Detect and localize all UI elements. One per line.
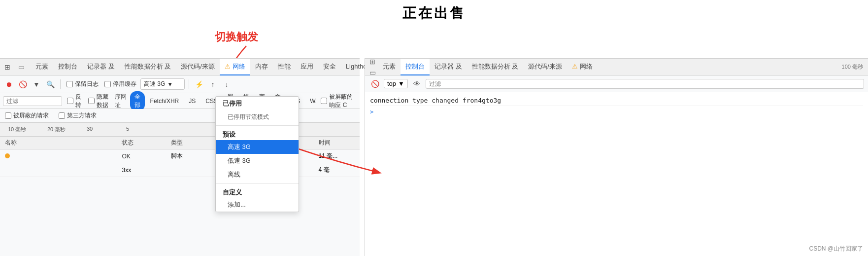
tab-perf[interactable]: 性能 — [273, 59, 296, 75]
top-selector[interactable]: top ▼ — [384, 79, 408, 88]
filter-all[interactable]: 全部 — [130, 91, 145, 111]
eye-icon[interactable]: 👁 — [411, 78, 423, 90]
right-tab-bar: ⊞ ▭ 元素 控制台 记录器 及 性能数据分析 及 源代码/来源 ⚠ 网络 10… — [365, 59, 868, 75]
td-time-1: 11 毫... — [317, 152, 357, 160]
timeline-mark-10: 10 毫秒 — [8, 126, 47, 133]
preserve-log-checkbox[interactable]: 保留日志 — [67, 80, 99, 88]
timeline-row: 10 毫秒 20 毫秒 30 5 — [0, 123, 360, 137]
upload-icon[interactable]: ↑ — [207, 78, 219, 90]
filter-fetch[interactable]: Fetch/XHR — [146, 91, 184, 111]
right-tab-elements[interactable]: 元素 — [378, 59, 401, 75]
th-time[interactable]: 时间 — [317, 139, 357, 147]
dropdown-fast3g[interactable]: 高速 3G — [216, 140, 299, 154]
wifi-icon[interactable]: ⚡ — [193, 78, 205, 90]
tab-sources[interactable]: 源代码/来源 — [176, 59, 220, 75]
left-devtools-panel: ⊞ ▭ 元素 控制台 记录器 及 性能数据分析 及 源代码/来源 ⚠ 网络 内存… — [0, 58, 360, 256]
th-name[interactable]: 名称 — [3, 139, 120, 147]
dropdown-disabled[interactable]: 已停用 — [216, 97, 299, 110]
console-log-entry: connection type changed fron4gto3g — [370, 95, 863, 106]
right-tab-performance[interactable]: 性能数据分析 及 — [467, 59, 524, 75]
console-log-text: connection type changed fron4gto3g — [370, 97, 501, 104]
table-body: OK 脚本 40.2 kB 11 毫... 3xx 474... 4 毫 — [0, 149, 360, 256]
tab-application[interactable]: 应用 — [296, 59, 318, 75]
th-status[interactable]: 状态 — [120, 139, 169, 147]
console-content: connection type changed fron4gto3g > — [365, 92, 868, 256]
filter-input[interactable] — [3, 96, 62, 106]
left-tab-bar: ⊞ ▭ 元素 控制台 记录器 及 性能数据分析 及 源代码/来源 ⚠ 网络 内存… — [0, 59, 360, 75]
right-tab-network[interactable]: ⚠ 网络 — [567, 59, 598, 75]
download-icon[interactable]: ↓ — [221, 78, 233, 90]
divider2 — [189, 79, 189, 89]
hide-data-checkbox[interactable]: 隐藏数据 — [88, 93, 110, 110]
attribution: CSDN @山竹回家了 — [809, 245, 863, 253]
dropdown-divider-1 — [216, 125, 299, 126]
filter-button[interactable]: ▼ — [31, 78, 42, 90]
filter-wasm[interactable]: Wasm — [305, 91, 316, 111]
tab-memory[interactable]: 内存 — [250, 59, 273, 75]
td-time-2: 4 毫 — [317, 166, 357, 174]
console-arrow-row: > — [370, 106, 863, 117]
annotation-text: 切换触发 — [187, 30, 286, 44]
top-label: top — [387, 80, 396, 87]
page-title: 正在出售 — [0, 0, 868, 25]
devtools-icons: ⊞ ▭ — [2, 62, 27, 73]
record-stop-button[interactable]: ⏺ — [3, 78, 15, 90]
console-expand-arrow[interactable]: > — [370, 109, 373, 115]
tab-console[interactable]: 控制台 — [53, 59, 82, 75]
console-filter-input[interactable] — [426, 79, 864, 89]
invert-checkbox[interactable]: 反转 — [67, 93, 81, 110]
throttle-select[interactable]: 高速 3G ▼ — [140, 78, 185, 90]
divider — [60, 79, 61, 89]
table-row[interactable]: 3xx 474... 4 毫 — [0, 163, 360, 177]
timeline-mark-30: 30 — [87, 126, 126, 133]
search-button[interactable]: 🔍 — [44, 78, 56, 90]
preserve-log-input[interactable] — [67, 81, 73, 87]
dropdown-header-custom: 自定义 — [216, 185, 299, 198]
inspect-icon[interactable]: ⊞ — [2, 62, 13, 73]
td-name-1 — [3, 153, 120, 160]
tab-performance[interactable]: 性能数据分析 及 — [120, 59, 176, 75]
clear-button[interactable]: 🚫 — [17, 78, 29, 90]
console-toolbar: 🚫 top ▼ 👁 — [365, 75, 868, 92]
right-devtools-icons: ⊞ ▭ — [367, 56, 378, 78]
tab-recorder[interactable]: 记录器 及 — [82, 59, 120, 75]
td-type-1: 脚本 — [169, 152, 218, 160]
timeline-marks: 10 毫秒 20 毫秒 30 5 — [3, 126, 166, 133]
blocked-requests-checkbox[interactable]: 被屏蔽的请求 — [5, 111, 49, 120]
top-dropdown-arrow: ▼ — [398, 80, 404, 87]
third-party-checkbox[interactable]: 第三方请求 — [59, 111, 97, 120]
right-tab-sources[interactable]: 源代码/来源 — [523, 59, 567, 75]
warning-icon: ⚠ — [225, 63, 231, 70]
tab-elements[interactable]: 元素 — [31, 59, 53, 75]
throttle-arrow-icon: ▼ — [167, 81, 173, 88]
preserve-log-label: 保留日志 — [75, 80, 99, 88]
device-icon[interactable]: ▭ — [16, 62, 27, 73]
right-inspect-icon[interactable]: ⊞ — [367, 56, 378, 67]
dropdown-add[interactable]: 添加... — [216, 198, 299, 212]
filter-js[interactable]: JS — [184, 91, 200, 111]
td-status-1: OK — [120, 153, 169, 160]
filter-row: 反转 隐藏数据 序网址 全部 Fetch/XHR JS CSS 图片 媒体 字体… — [0, 93, 360, 109]
blocked-response-checkbox[interactable]: 被屏蔽的响应 C — [321, 93, 355, 110]
has-url-label: 序网址 — [115, 93, 127, 110]
tab-security[interactable]: 安全 — [318, 59, 341, 75]
status-dot-1 — [5, 153, 10, 158]
throttle-dropdown: 已停用 已停用节流模式 预设 高速 3G 低速 3G 离线 自定义 添加... — [215, 96, 299, 212]
disable-cache-input[interactable] — [104, 81, 111, 87]
dropdown-slow3g[interactable]: 低速 3G — [216, 154, 299, 168]
right-warning-icon: ⚠ — [572, 63, 578, 70]
console-clear-button[interactable]: 🚫 — [369, 78, 381, 90]
right-tab-console[interactable]: 控制台 — [401, 59, 430, 75]
td-status-2: 3xx — [120, 167, 169, 174]
timeline-mark-5: 5 — [126, 126, 166, 133]
th-type[interactable]: 类型 — [169, 139, 218, 147]
right-devtools-panel: ⊞ ▭ 元素 控制台 记录器 及 性能数据分析 及 源代码/来源 ⚠ 网络 10… — [365, 58, 868, 256]
dropdown-offline[interactable]: 离线 — [216, 168, 299, 182]
disable-cache-checkbox[interactable]: 停用缓存 — [104, 80, 136, 88]
tab-network[interactable]: ⚠ 网络 — [220, 59, 250, 75]
right-tab-recorder[interactable]: 记录器 及 — [430, 59, 467, 75]
timeline-mark-20: 20 毫秒 — [47, 126, 87, 133]
disable-cache-label: 停用缓存 — [113, 80, 136, 88]
table-row[interactable]: OK 脚本 40.2 kB 11 毫... — [0, 149, 360, 163]
dropdown-disabled-throttle[interactable]: 已停用节流模式 — [216, 110, 299, 124]
